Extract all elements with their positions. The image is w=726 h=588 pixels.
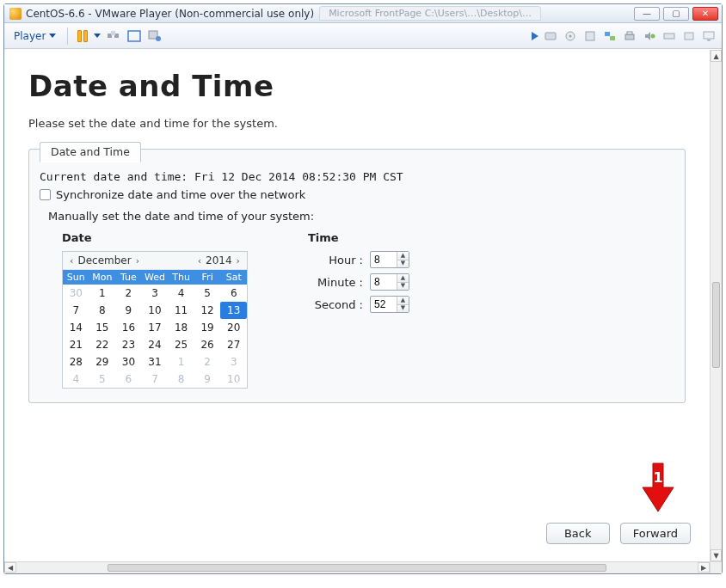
spin-down-icon[interactable]: ▼: [397, 305, 409, 313]
chevron-down-icon: [49, 34, 56, 38]
chevron-left-icon[interactable]: ‹: [196, 255, 203, 266]
calendar-day-cell[interactable]: 20: [220, 319, 247, 336]
maximize-button[interactable]: ▢: [663, 7, 689, 21]
spin-down-icon[interactable]: ▼: [397, 283, 409, 291]
calendar-day-cell[interactable]: 27: [220, 336, 247, 353]
calendar-day-cell: 2: [194, 353, 221, 371]
device-floppy-icon[interactable]: [582, 28, 598, 44]
calendar-day-cell[interactable]: 1: [89, 285, 116, 302]
calendar-day-cell[interactable]: 15: [89, 319, 116, 336]
calendar-day-cell[interactable]: 9: [115, 302, 142, 319]
calendar-day-cell[interactable]: 17: [142, 319, 169, 336]
calendar-day-cell[interactable]: 6: [220, 285, 247, 302]
player-menu-label: Player: [14, 30, 46, 42]
svg-rect-10: [605, 32, 610, 36]
calendar-day-cell[interactable]: 5: [194, 285, 221, 302]
separator: [67, 28, 68, 45]
calendar-day-cell: 3: [220, 353, 247, 371]
calendar-day-cell[interactable]: 19: [194, 319, 221, 336]
svg-rect-17: [704, 32, 714, 39]
spin-down-icon[interactable]: ▼: [397, 260, 409, 268]
forward-button[interactable]: Forward: [620, 523, 691, 544]
fullscreen-button[interactable]: [126, 28, 142, 44]
calendar-day-cell[interactable]: 31: [142, 353, 169, 371]
svg-rect-15: [664, 34, 674, 39]
minimize-button[interactable]: —: [634, 7, 660, 21]
calendar-month-picker[interactable]: ‹ December ›: [68, 254, 141, 266]
svg-rect-11: [610, 36, 615, 40]
hour-input[interactable]: [371, 252, 397, 267]
background-window-tab: Microsoft FrontPage C:\Users\…\Desktop\…: [319, 6, 541, 21]
calendar-day-cell[interactable]: 3: [142, 285, 169, 302]
calendar-dow-cell: Wed: [142, 270, 169, 285]
scroll-thumb[interactable]: [108, 564, 606, 572]
player-menu-button[interactable]: Player: [9, 28, 60, 45]
sync-network-row[interactable]: Synchronize date and time over the netwo…: [40, 188, 674, 201]
svg-rect-16: [685, 33, 693, 40]
calendar-day-cell[interactable]: 29: [89, 353, 116, 371]
calendar-day-cell[interactable]: 24: [142, 336, 169, 353]
calendar-day-cell[interactable]: 21: [63, 336, 89, 353]
calendar-day-cell[interactable]: 22: [89, 336, 116, 353]
calendar-day-cell[interactable]: 11: [168, 302, 194, 319]
calendar-day-cell[interactable]: 2: [115, 285, 142, 302]
calendar-day-cell[interactable]: 30: [115, 353, 142, 371]
minute-input[interactable]: [371, 274, 397, 290]
chevron-down-icon[interactable]: [94, 34, 101, 38]
page-subtitle: Please set the date and time for the sys…: [28, 117, 686, 130]
calendar-day-cell[interactable]: 13: [220, 302, 247, 319]
calendar-day-cell[interactable]: 28: [63, 353, 89, 371]
calendar-day-cell[interactable]: 10: [142, 302, 169, 319]
date-column: Date ‹ December › ‹: [62, 231, 248, 389]
calendar-day-cell[interactable]: 18: [168, 319, 194, 336]
titlebar: CentOS-6.6 - VMware Player (Non-commerci…: [4, 4, 722, 23]
calendar-day-cell[interactable]: 12: [194, 302, 221, 319]
svg-rect-6: [545, 33, 556, 40]
send-ctrl-alt-del-button[interactable]: [106, 28, 121, 44]
minute-spinner[interactable]: ▲▼: [370, 273, 409, 291]
second-input[interactable]: [371, 297, 397, 312]
spin-up-icon[interactable]: ▲: [397, 252, 409, 260]
back-button[interactable]: Back: [546, 523, 610, 544]
scroll-down-icon[interactable]: ▼: [711, 549, 722, 561]
spin-up-icon[interactable]: ▲: [397, 274, 409, 283]
time-heading: Time: [308, 231, 409, 244]
hour-spinner[interactable]: ▲▼: [370, 251, 409, 268]
device-sound-icon[interactable]: [642, 28, 657, 44]
chevron-right-icon[interactable]: ›: [134, 255, 141, 266]
close-button[interactable]: ✕: [692, 7, 718, 21]
device-display-icon[interactable]: [701, 28, 717, 44]
chevron-right-icon[interactable]: ›: [235, 255, 242, 266]
calendar-dow-cell: Sat: [220, 270, 247, 285]
horizontal-scrollbar[interactable]: ◀ ▶: [4, 561, 710, 573]
checkbox-sync-network[interactable]: [40, 189, 51, 200]
pause-button[interactable]: [75, 28, 90, 44]
scroll-right-icon[interactable]: ▶: [698, 562, 710, 573]
calendar-grid: 3012345678910111213141516171819202122232…: [63, 285, 247, 388]
calendar-day-cell[interactable]: 25: [168, 336, 194, 353]
tab-date-and-time[interactable]: Date and Time: [40, 142, 141, 162]
device-printer-icon[interactable]: [622, 28, 637, 44]
calendar-day-cell[interactable]: 4: [168, 285, 194, 302]
vertical-scrollbar[interactable]: ▲ ▼: [710, 50, 722, 561]
unity-button[interactable]: [147, 28, 163, 44]
calendar-day-cell[interactable]: 16: [115, 319, 142, 336]
device-usb-icon[interactable]: [661, 28, 677, 44]
scroll-left-icon[interactable]: ◀: [4, 562, 16, 573]
second-spinner[interactable]: ▲▼: [370, 296, 409, 313]
device-cd-icon[interactable]: [563, 28, 578, 44]
scroll-up-icon[interactable]: ▲: [711, 50, 722, 62]
device-network-icon[interactable]: [602, 28, 618, 44]
spin-up-icon[interactable]: ▲: [397, 297, 409, 305]
calendar-year-picker[interactable]: ‹ 2014 ›: [196, 254, 242, 266]
calendar-day-cell[interactable]: 8: [89, 302, 116, 319]
calendar-day-cell[interactable]: 14: [63, 319, 89, 336]
calendar-day-cell[interactable]: 7: [63, 302, 89, 319]
device-hdd-icon[interactable]: [543, 28, 558, 44]
calendar-day-cell[interactable]: 23: [115, 336, 142, 353]
calendar-day-cell[interactable]: 26: [194, 336, 221, 353]
chevron-left-icon[interactable]: ‹: [68, 255, 75, 266]
scroll-thumb[interactable]: [712, 282, 720, 368]
device-generic-icon[interactable]: [681, 28, 697, 44]
guest-content-area: Date and Time Please set the date and ti…: [4, 49, 722, 573]
